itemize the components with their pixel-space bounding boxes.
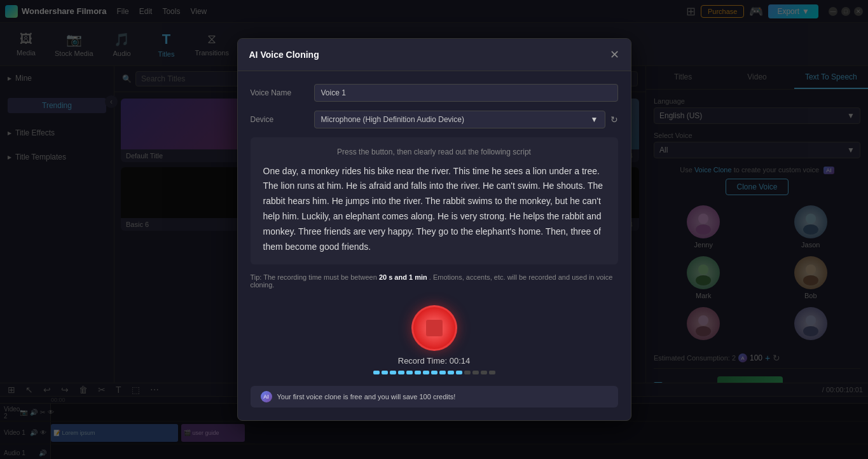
script-box: Press the button, then clearly read out … [251, 137, 618, 265]
device-refresh-button[interactable]: ↻ [610, 114, 618, 125]
progress-dot-1 [382, 371, 388, 374]
promo-text: Your first voice clone is free and you w… [277, 393, 456, 401]
progress-dot-14 [489, 371, 495, 374]
device-chevron-icon: ▼ [591, 115, 598, 124]
record-stop-icon [426, 320, 443, 336]
progress-dot-0 [373, 371, 380, 374]
script-text: One day, a monkey rides his bike near th… [263, 164, 605, 255]
voice-name-input[interactable] [314, 84, 618, 102]
record-time: Record Time: 00:14 [398, 356, 470, 366]
tip-highlight: 20 s and 1 min [379, 273, 427, 281]
progress-dot-4 [406, 371, 413, 374]
promo-banner: AI Your first voice clone is free and yo… [251, 386, 618, 408]
voice-name-label: Voice Name [251, 88, 314, 97]
progress-dot-11 [464, 371, 471, 374]
progress-dot-9 [448, 371, 454, 374]
progress-dot-2 [390, 371, 396, 374]
device-value: Microphone (High Definition Audio Device… [321, 115, 464, 124]
record-time-value: 00:14 [450, 356, 471, 366]
modal-body: Voice Name Device Microphone (High Defin… [238, 71, 631, 421]
progress-dot-6 [423, 371, 429, 374]
modal-overlay: AI Voice Cloning ✕ Voice Name Device Mic… [0, 0, 868, 459]
device-field: Device Microphone (High Definition Audio… [251, 111, 618, 128]
progress-bar [373, 371, 495, 374]
progress-dot-7 [431, 371, 437, 374]
ai-voice-cloning-modal: AI Voice Cloning ✕ Voice Name Device Mic… [237, 38, 631, 421]
record-button[interactable] [411, 305, 457, 351]
voice-name-field: Voice Name [251, 84, 618, 102]
modal-close-button[interactable]: ✕ [610, 48, 619, 62]
modal-header: AI Voice Cloning ✕ [238, 39, 631, 71]
progress-dot-3 [398, 371, 404, 374]
promo-ai-icon: AI [261, 391, 272, 402]
progress-dot-8 [439, 371, 446, 374]
progress-dot-12 [472, 371, 479, 374]
progress-dot-5 [415, 371, 421, 374]
progress-dot-10 [456, 371, 462, 374]
modal-title: AI Voice Cloning [249, 50, 319, 60]
tip-text: Tip: The recording time must be between … [251, 273, 618, 289]
script-instruction: Press the button, then clearly read out … [263, 147, 605, 156]
device-label: Device [251, 115, 314, 124]
progress-dot-13 [481, 371, 487, 374]
device-select[interactable]: Microphone (High Definition Audio Device… [314, 111, 605, 128]
record-section: Record Time: 00:14 [251, 299, 618, 381]
